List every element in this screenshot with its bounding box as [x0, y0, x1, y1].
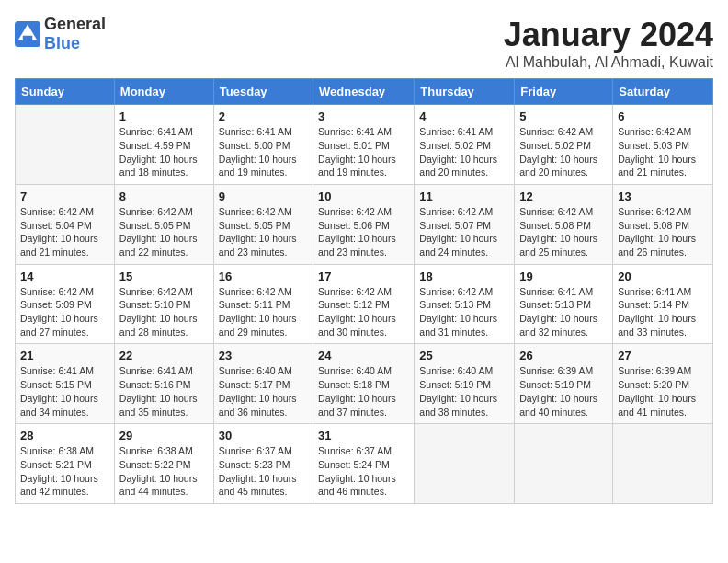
- svg-rect-2: [23, 36, 33, 40]
- day-info: Sunrise: 6:42 AMSunset: 5:12 PMDaylight:…: [318, 285, 409, 339]
- calendar-cell: 28Sunrise: 6:38 AMSunset: 5:21 PMDayligh…: [16, 424, 115, 504]
- day-number: 31: [318, 429, 409, 442]
- page-subtitle: Al Mahbulah, Al Ahmadi, Kuwait: [504, 54, 713, 71]
- calendar-cell: 13Sunrise: 6:42 AMSunset: 5:08 PMDayligh…: [613, 184, 713, 264]
- day-number: 8: [119, 190, 209, 203]
- page-title: January 2024: [504, 15, 713, 54]
- calendar-cell: 16Sunrise: 6:42 AMSunset: 5:11 PMDayligh…: [213, 264, 313, 344]
- calendar-cell: 17Sunrise: 6:42 AMSunset: 5:12 PMDayligh…: [313, 264, 415, 344]
- calendar-cell: 27Sunrise: 6:39 AMSunset: 5:20 PMDayligh…: [613, 344, 713, 424]
- calendar-cell: 5Sunrise: 6:42 AMSunset: 5:02 PMDaylight…: [515, 105, 613, 185]
- day-info: Sunrise: 6:40 AMSunset: 5:18 PMDaylight:…: [318, 364, 409, 419]
- logo-icon: [15, 21, 40, 47]
- calendar-cell: 18Sunrise: 6:42 AMSunset: 5:13 PMDayligh…: [415, 264, 515, 344]
- day-info: Sunrise: 6:42 AMSunset: 5:04 PMDaylight:…: [20, 205, 109, 259]
- day-number: 3: [318, 109, 409, 123]
- day-info: Sunrise: 6:38 AMSunset: 5:22 PMDaylight:…: [119, 444, 209, 499]
- day-info: Sunrise: 6:42 AMSunset: 5:05 PMDaylight:…: [119, 205, 209, 259]
- day-number: 17: [318, 270, 409, 283]
- day-info: Sunrise: 6:42 AMSunset: 5:09 PMDaylight:…: [20, 285, 109, 339]
- day-info: Sunrise: 6:41 AMSunset: 5:13 PMDaylight:…: [519, 285, 608, 339]
- logo: General Blue: [15, 15, 106, 53]
- header-day-wednesday: Wednesday: [313, 79, 415, 105]
- day-number: 23: [219, 349, 308, 362]
- calendar-cell: 14Sunrise: 6:42 AMSunset: 5:09 PMDayligh…: [16, 264, 115, 344]
- header: General Blue January 2024 Al Mahbulah, A…: [15, 15, 713, 71]
- calendar-week-3: 14Sunrise: 6:42 AMSunset: 5:09 PMDayligh…: [16, 264, 713, 344]
- day-number: 30: [219, 429, 308, 442]
- header-day-thursday: Thursday: [415, 79, 515, 105]
- day-number: 13: [618, 190, 708, 203]
- calendar-cell: 25Sunrise: 6:40 AMSunset: 5:19 PMDayligh…: [415, 344, 515, 424]
- calendar-cell: [515, 424, 613, 504]
- day-number: 24: [318, 349, 409, 362]
- calendar-cell: [16, 105, 115, 185]
- day-number: 19: [519, 270, 608, 283]
- calendar-cell: 11Sunrise: 6:42 AMSunset: 5:07 PMDayligh…: [415, 184, 515, 264]
- day-info: Sunrise: 6:38 AMSunset: 5:21 PMDaylight:…: [20, 444, 109, 499]
- calendar-cell: 24Sunrise: 6:40 AMSunset: 5:18 PMDayligh…: [313, 344, 415, 424]
- calendar-cell: 23Sunrise: 6:40 AMSunset: 5:17 PMDayligh…: [213, 344, 313, 424]
- day-info: Sunrise: 6:42 AMSunset: 5:08 PMDaylight:…: [519, 205, 608, 259]
- day-number: 25: [419, 349, 509, 362]
- header-day-saturday: Saturday: [613, 79, 713, 105]
- day-info: Sunrise: 6:41 AMSunset: 5:01 PMDaylight:…: [318, 125, 409, 179]
- day-info: Sunrise: 6:41 AMSunset: 5:02 PMDaylight:…: [419, 125, 509, 179]
- day-number: 11: [419, 190, 509, 203]
- day-info: Sunrise: 6:41 AMSunset: 4:59 PMDaylight:…: [119, 125, 209, 179]
- calendar-cell: 8Sunrise: 6:42 AMSunset: 5:05 PMDaylight…: [114, 184, 213, 264]
- day-number: 14: [20, 270, 109, 283]
- day-info: Sunrise: 6:42 AMSunset: 5:11 PMDaylight:…: [219, 285, 308, 339]
- day-info: Sunrise: 6:42 AMSunset: 5:07 PMDaylight:…: [419, 205, 509, 259]
- calendar-week-2: 7Sunrise: 6:42 AMSunset: 5:04 PMDaylight…: [16, 184, 713, 264]
- day-info: Sunrise: 6:41 AMSunset: 5:16 PMDaylight:…: [119, 364, 209, 419]
- day-info: Sunrise: 6:37 AMSunset: 5:24 PMDaylight:…: [318, 444, 409, 499]
- calendar-cell: 6Sunrise: 6:42 AMSunset: 5:03 PMDaylight…: [613, 105, 713, 185]
- day-number: 15: [119, 270, 209, 283]
- day-info: Sunrise: 6:39 AMSunset: 5:20 PMDaylight:…: [618, 364, 708, 419]
- day-info: Sunrise: 6:42 AMSunset: 5:06 PMDaylight:…: [318, 205, 409, 259]
- day-number: 10: [318, 190, 409, 203]
- calendar-cell: 22Sunrise: 6:41 AMSunset: 5:16 PMDayligh…: [114, 344, 213, 424]
- calendar-cell: 12Sunrise: 6:42 AMSunset: 5:08 PMDayligh…: [515, 184, 613, 264]
- calendar-cell: 9Sunrise: 6:42 AMSunset: 5:05 PMDaylight…: [213, 184, 313, 264]
- day-number: 2: [219, 109, 308, 123]
- day-info: Sunrise: 6:40 AMSunset: 5:17 PMDaylight:…: [219, 364, 308, 419]
- day-number: 28: [20, 429, 109, 442]
- page-container: General Blue January 2024 Al Mahbulah, A…: [15, 15, 713, 504]
- day-info: Sunrise: 6:37 AMSunset: 5:23 PMDaylight:…: [219, 444, 308, 499]
- title-section: January 2024 Al Mahbulah, Al Ahmadi, Kuw…: [504, 15, 713, 71]
- day-number: 18: [419, 270, 509, 283]
- day-number: 7: [20, 190, 109, 203]
- day-number: 1: [119, 109, 209, 123]
- day-info: Sunrise: 6:39 AMSunset: 5:19 PMDaylight:…: [519, 364, 608, 419]
- logo-text: General Blue: [44, 15, 106, 53]
- day-number: 9: [219, 190, 308, 203]
- day-number: 22: [119, 349, 209, 362]
- day-info: Sunrise: 6:42 AMSunset: 5:02 PMDaylight:…: [519, 125, 608, 179]
- calendar-cell: 21Sunrise: 6:41 AMSunset: 5:15 PMDayligh…: [16, 344, 115, 424]
- calendar-cell: 29Sunrise: 6:38 AMSunset: 5:22 PMDayligh…: [114, 424, 213, 504]
- header-day-tuesday: Tuesday: [213, 79, 313, 105]
- calendar-table: SundayMondayTuesdayWednesdayThursdayFrid…: [15, 78, 713, 504]
- calendar-cell: 15Sunrise: 6:42 AMSunset: 5:10 PMDayligh…: [114, 264, 213, 344]
- calendar-cell: [613, 424, 713, 504]
- calendar-week-1: 1Sunrise: 6:41 AMSunset: 4:59 PMDaylight…: [16, 105, 713, 185]
- day-number: 4: [419, 109, 509, 123]
- day-info: Sunrise: 6:42 AMSunset: 5:03 PMDaylight:…: [618, 125, 708, 179]
- day-info: Sunrise: 6:40 AMSunset: 5:19 PMDaylight:…: [419, 364, 509, 419]
- day-info: Sunrise: 6:41 AMSunset: 5:00 PMDaylight:…: [219, 125, 308, 179]
- calendar-week-4: 21Sunrise: 6:41 AMSunset: 5:15 PMDayligh…: [16, 344, 713, 424]
- calendar-week-5: 28Sunrise: 6:38 AMSunset: 5:21 PMDayligh…: [16, 424, 713, 504]
- day-number: 16: [219, 270, 308, 283]
- day-number: 21: [20, 349, 109, 362]
- calendar-cell: 26Sunrise: 6:39 AMSunset: 5:19 PMDayligh…: [515, 344, 613, 424]
- day-info: Sunrise: 6:42 AMSunset: 5:08 PMDaylight:…: [618, 205, 708, 259]
- day-number: 29: [119, 429, 209, 442]
- day-info: Sunrise: 6:42 AMSunset: 5:13 PMDaylight:…: [419, 285, 509, 339]
- day-number: 6: [618, 109, 708, 123]
- header-day-sunday: Sunday: [16, 79, 115, 105]
- calendar-cell: 10Sunrise: 6:42 AMSunset: 5:06 PMDayligh…: [313, 184, 415, 264]
- logo-blue: Blue: [44, 34, 80, 52]
- calendar-cell: 20Sunrise: 6:41 AMSunset: 5:14 PMDayligh…: [613, 264, 713, 344]
